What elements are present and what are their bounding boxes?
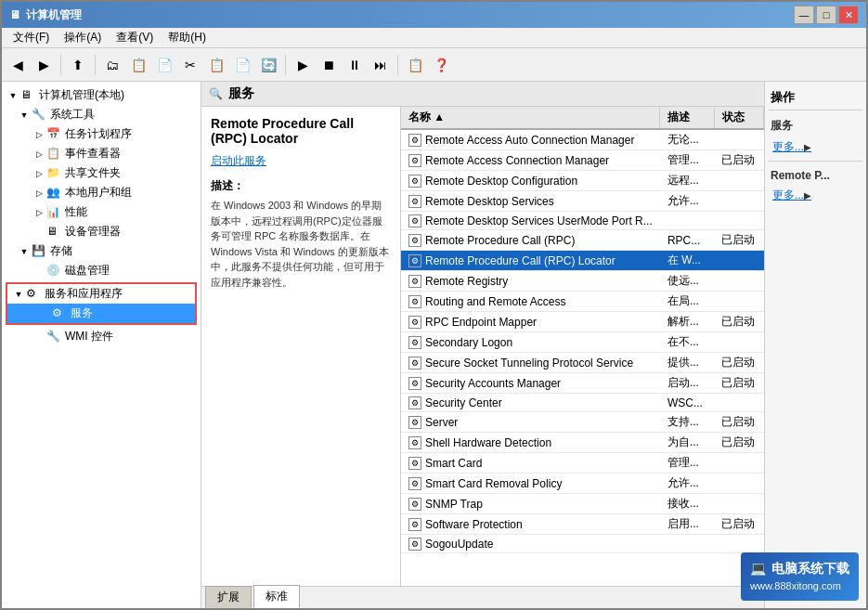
right-panel: 🔍 服务 Remote Procedure Call (RPC) Locator…	[201, 82, 866, 608]
info-service-title: Remote Procedure Call (RPC) Locator	[211, 116, 391, 146]
service-status-cell	[714, 271, 763, 292]
properties-button[interactable]: 📋	[403, 53, 427, 77]
table-row[interactable]: ⚙Routing and Remote Access在局...	[401, 292, 764, 312]
service-status-cell	[714, 292, 763, 312]
show-hide-button[interactable]: 🗂	[100, 53, 124, 77]
table-row[interactable]: ⚙SogouUpdate	[401, 535, 764, 553]
sidebar-item-system-tools[interactable]: ▼ 🔧 系统工具	[2, 105, 201, 124]
service-icon: ⚙Remote Procedure Call (RPC) Locator	[408, 254, 615, 267]
table-row[interactable]: ⚙Remote Desktop Configuration远程...	[401, 171, 764, 191]
table-row[interactable]: ⚙Secondary Logon在不...	[401, 332, 764, 353]
service-desc-cell	[660, 212, 714, 230]
menu-help[interactable]: 帮助(H)	[161, 28, 214, 47]
sidebar-item-services-apps[interactable]: ▼ ⚙ 服务和应用程序	[7, 284, 195, 304]
service-icon: ⚙Remote Desktop Configuration	[408, 175, 577, 188]
sidebar-item-services[interactable]: ⚙ 服务	[7, 304, 195, 323]
help-button[interactable]: ❓	[429, 53, 453, 77]
minimize-button[interactable]: —	[794, 6, 814, 24]
toolbar-btn-7[interactable]: 📄	[230, 53, 254, 77]
maximize-button[interactable]: □	[816, 6, 836, 24]
tab-standard[interactable]: 标准	[253, 585, 300, 608]
main-window: 🖥 计算机管理 — □ ✕ 文件(F) 操作(A) 查看(V) 帮助(H) ◀ …	[0, 0, 868, 610]
sidebar-item-event-viewer[interactable]: ▷ 📋 事件查看器	[2, 144, 201, 163]
table-row[interactable]: ⚙Remote Registry使远...	[401, 271, 764, 292]
sidebar-item-disk-management[interactable]: 💿 磁盘管理	[2, 261, 201, 280]
service-name-cell: ⚙SNMP Trap	[401, 494, 660, 514]
table-row[interactable]: ⚙Security CenterWSC...	[401, 394, 764, 412]
service-icon: ⚙Security Center	[408, 396, 502, 409]
table-row[interactable]: ⚙Shell Hardware Detection为自...已启动	[401, 433, 764, 453]
sidebar-item-performance[interactable]: ▷ 📊 性能	[2, 202, 201, 222]
table-row[interactable]: ⚙Remote Procedure Call (RPC) Locator在 W.…	[401, 251, 764, 271]
restart-button[interactable]: ⏭	[369, 53, 393, 77]
table-row[interactable]: ⚙Remote Desktop Services允许...	[401, 191, 764, 212]
refresh-button[interactable]: 🔄	[256, 53, 280, 77]
table-row[interactable]: ⚙Secure Socket Tunneling Protocol Servic…	[401, 353, 764, 373]
info-start-link[interactable]: 启动此服务	[211, 153, 391, 169]
service-name-cell: ⚙Server	[401, 412, 660, 433]
sidebar-item-shared-folders[interactable]: ▷ 📁 共享文件夹	[2, 163, 201, 183]
sidebar-disk-label: 磁盘管理	[65, 263, 110, 279]
action-more-2[interactable]: 更多... ▶	[769, 186, 862, 205]
svc-gear-icon: ⚙	[408, 538, 421, 551]
pause-button[interactable]: ⏸	[343, 53, 367, 77]
col-header-name[interactable]: 名称 ▲	[401, 107, 660, 129]
sidebar-item-task-scheduler[interactable]: ▷ 📅 任务计划程序	[2, 124, 201, 144]
sidebar-device-label: 设备管理器	[65, 224, 121, 240]
back-button[interactable]: ◀	[6, 53, 30, 77]
service-icon: ⚙Remote Access Connection Manager	[408, 154, 609, 167]
service-desc-cell: 在 W...	[660, 251, 714, 271]
toolbar-btn-5[interactable]: ✂	[178, 53, 202, 77]
sidebar-item-storage[interactable]: ▼ 💾 存储	[2, 241, 201, 261]
up-button[interactable]: ⬆	[66, 53, 90, 77]
sidebar-item-local-users[interactable]: ▷ 👥 本地用户和组	[2, 183, 201, 202]
table-row[interactable]: ⚙Smart Card Removal Policy允许...	[401, 474, 764, 494]
service-name-cell: ⚙Smart Card	[401, 453, 660, 474]
play-button[interactable]: ▶	[291, 53, 315, 77]
services-icon: ⚙	[52, 306, 67, 321]
menu-file[interactable]: 文件(F)	[6, 28, 57, 47]
svc-gear-icon: ⚙	[408, 477, 421, 490]
menu-view[interactable]: 查看(V)	[109, 28, 161, 47]
action-more-1[interactable]: 更多... ▶	[769, 137, 862, 157]
table-row[interactable]: ⚙RPC Endpoint Mapper解析...已启动	[401, 312, 764, 332]
table-row[interactable]: ⚙Server支持...已启动	[401, 412, 764, 433]
col-header-desc[interactable]: 描述	[660, 107, 714, 129]
sidebar-item-root[interactable]: ▼ 🖥 计算机管理(本地)	[2, 85, 201, 105]
table-row[interactable]: ⚙SNMP Trap接收...	[401, 494, 764, 514]
services-list[interactable]: 名称 ▲ 描述 状态 ⚙Remote Access Auto Connectio…	[401, 107, 764, 586]
perf-icon: 📊	[46, 205, 61, 220]
service-name-cell: ⚙Security Accounts Manager	[401, 373, 660, 394]
expand-task-icon: ▷	[32, 127, 46, 142]
service-icon: ⚙Routing and Remote Access	[408, 295, 565, 308]
expand-storage-icon: ▼	[17, 244, 32, 259]
close-button[interactable]: ✕	[838, 6, 859, 24]
forward-button[interactable]: ▶	[32, 53, 56, 77]
col-header-status[interactable]: 状态	[714, 107, 763, 129]
service-desc-cell: 解析...	[660, 312, 714, 332]
sidebar-item-device-manager[interactable]: 🖥 设备管理器	[2, 222, 201, 241]
table-row[interactable]: ⚙Remote Procedure Call (RPC)RPC...已启动	[401, 230, 764, 251]
table-row[interactable]: ⚙Software Protection启用...已启动	[401, 514, 764, 535]
window-icon: 🖥	[9, 8, 20, 21]
expand-disk-icon	[32, 264, 46, 279]
stop-button[interactable]: ⏹	[317, 53, 341, 77]
service-desc-cell: 为自...	[660, 433, 714, 453]
table-row[interactable]: ⚙Remote Access Auto Connection Manager无论…	[401, 129, 764, 150]
table-row[interactable]: ⚙Smart Card管理...	[401, 453, 764, 474]
service-desc-cell: 允许...	[660, 474, 714, 494]
sidebar-item-wmi[interactable]: 🔧 WMI 控件	[2, 327, 201, 346]
table-row[interactable]: ⚙Remote Desktop Services UserMode Port R…	[401, 212, 764, 230]
service-name-cell: ⚙Remote Access Auto Connection Manager	[401, 129, 660, 150]
table-row[interactable]: ⚙Remote Access Connection Manager管理...已启…	[401, 150, 764, 171]
tab-extended[interactable]: 扩展	[205, 586, 252, 608]
service-status-cell	[714, 332, 763, 353]
service-icon: ⚙Remote Access Auto Connection Manager	[408, 134, 634, 147]
toolbar-btn-6[interactable]: 📋	[204, 53, 228, 77]
toolbar-btn-4[interactable]: 📄	[152, 53, 176, 77]
table-row[interactable]: ⚙Security Accounts Manager启动...已启动	[401, 373, 764, 394]
toolbar-btn-3[interactable]: 📋	[126, 53, 150, 77]
sidebar-services-label: 服务	[71, 305, 93, 321]
expand-icon-system: ▼	[17, 108, 32, 123]
menu-action[interactable]: 操作(A)	[57, 28, 109, 47]
